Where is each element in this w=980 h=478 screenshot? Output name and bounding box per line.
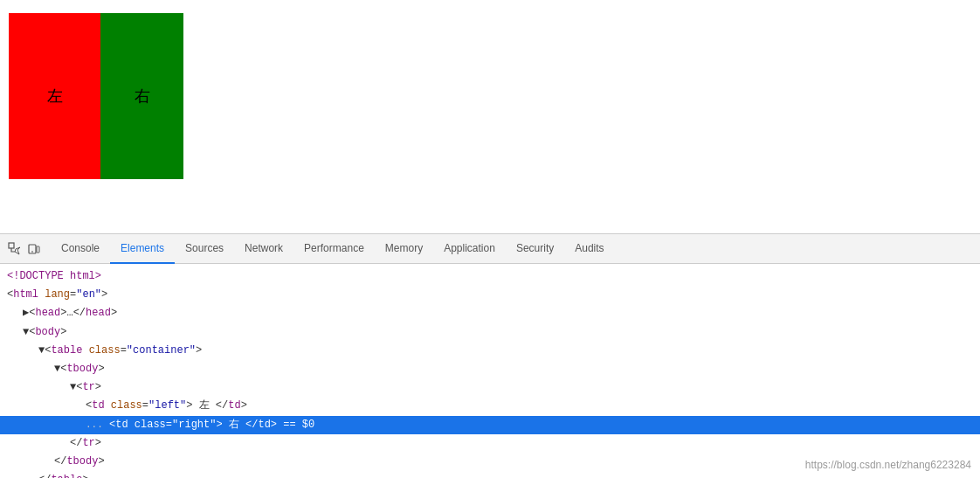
code-line[interactable]: ▼<tr> — [0, 378, 980, 397]
code-line[interactable]: <td class="left"> 左 </td> — [0, 397, 980, 415]
tab-console[interactable]: Console — [51, 234, 110, 264]
code-line[interactable]: </tr> — [0, 434, 980, 453]
devtools-code-panel[interactable]: <!DOCTYPE html><html lang="en">▶<head>…<… — [0, 264, 980, 478]
tab-audits[interactable]: Audits — [564, 234, 614, 264]
devtools-panel: Console Elements Sources Network Perform… — [0, 233, 980, 478]
devtools-tabs: Console Elements Sources Network Perform… — [51, 234, 615, 263]
tab-sources[interactable]: Sources — [175, 234, 234, 264]
right-label: 右 — [135, 86, 150, 107]
left-label: 左 — [47, 86, 63, 107]
code-line[interactable]: ▼<table class="container"> — [0, 342, 980, 360]
tab-elements[interactable]: Elements — [110, 234, 175, 264]
tab-security[interactable]: Security — [506, 234, 564, 264]
left-box: 左 — [9, 13, 100, 179]
color-boxes: 左 右 — [9, 13, 183, 179]
code-line[interactable]: ... <td class="right"> 右 </td> == $0 — [0, 416, 980, 434]
code-line[interactable]: ▼<tbody> — [0, 360, 980, 378]
device-icon[interactable] — [26, 241, 42, 257]
tab-application[interactable]: Application — [433, 234, 506, 264]
svg-rect-0 — [9, 243, 14, 248]
watermark: https://blog.csdn.net/zhang6223284 — [805, 459, 971, 471]
toolbar-icons — [7, 241, 42, 257]
inspect-icon[interactable] — [7, 241, 23, 257]
code-line[interactable]: ▼<body> — [0, 323, 980, 342]
code-line[interactable]: ▶<head>…</head> — [0, 304, 980, 322]
right-box: 右 — [100, 13, 183, 179]
tab-memory[interactable]: Memory — [375, 234, 433, 264]
code-line[interactable]: <html lang="en"> — [0, 286, 980, 304]
tab-performance[interactable]: Performance — [293, 234, 375, 264]
browser-viewport: 左 右 — [0, 0, 980, 236]
svg-rect-2 — [37, 246, 39, 253]
code-line[interactable]: <!DOCTYPE html> — [0, 267, 980, 286]
devtools-toolbar: Console Elements Sources Network Perform… — [0, 234, 980, 264]
code-line[interactable]: </table> — [0, 471, 980, 478]
tab-network[interactable]: Network — [234, 234, 293, 264]
